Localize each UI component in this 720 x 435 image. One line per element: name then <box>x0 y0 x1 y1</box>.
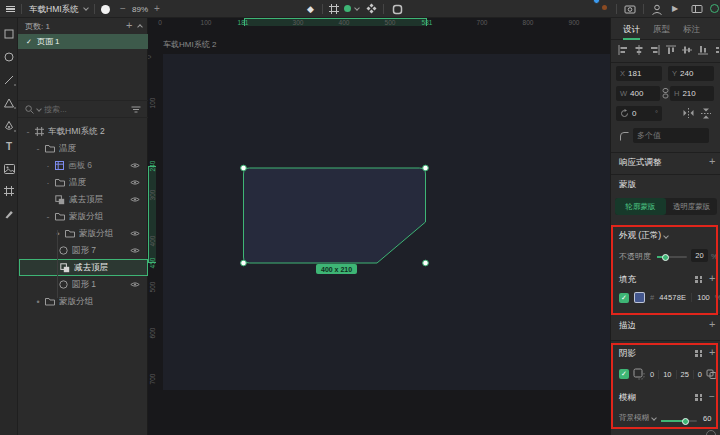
align-bottom-icon[interactable] <box>698 45 708 55</box>
text-tool-icon[interactable]: T <box>3 140 15 152</box>
ellipse-tool-icon[interactable] <box>3 51 15 63</box>
visibility-eye-icon[interactable] <box>130 281 140 288</box>
zoom-out-button[interactable]: − <box>120 4 126 14</box>
align-right-icon[interactable] <box>650 45 660 55</box>
blur-type-select[interactable]: 背景模糊 <box>619 413 649 423</box>
selected-shape[interactable] <box>148 18 610 435</box>
move-tool-icon[interactable]: ◆ <box>307 4 314 14</box>
fill-color-swatch[interactable] <box>634 292 645 303</box>
visibility-eye-icon[interactable] <box>130 196 140 203</box>
flip-horizontal-icon[interactable] <box>683 108 694 118</box>
layer-row-selected-subtract[interactable]: 减去顶层 <box>19 259 148 276</box>
document-menu-chevron-icon[interactable] <box>83 5 89 11</box>
add-page-button[interactable]: + <box>126 20 132 31</box>
visibility-eye-icon[interactable] <box>130 162 140 169</box>
shadow-style-library-icon[interactable] <box>695 350 703 357</box>
expander-icon[interactable]: - <box>25 127 31 137</box>
remove-blur-button[interactable]: − <box>709 392 715 402</box>
layer-row-root-frame[interactable]: - 车载HMI系统 2 <box>18 123 148 140</box>
corner-radius-input[interactable]: 多个值 <box>633 128 709 143</box>
fill-hex-input[interactable]: 44578E <box>659 293 686 302</box>
shadow-x-input[interactable]: 0 <box>650 370 654 379</box>
opacity-slider[interactable] <box>657 256 687 258</box>
collaborator-avatar[interactable] <box>101 5 110 14</box>
flip-vertical-icon[interactable] <box>701 108 711 119</box>
visibility-eye-icon[interactable] <box>130 179 140 186</box>
shadow-visible-checkbox[interactable]: ✓ <box>619 369 629 379</box>
visibility-eye-icon[interactable] <box>130 230 140 237</box>
shadow-spread-input[interactable]: 0 <box>698 370 702 379</box>
mask-tool-icon[interactable] <box>392 4 403 15</box>
blur-value[interactable]: 60 <box>703 414 711 423</box>
outline-mask-button[interactable]: 轮廓蒙版 <box>615 198 666 215</box>
fill-style-library-icon[interactable] <box>695 276 703 283</box>
page-item-selected[interactable]: ✓ 页面 1 <box>18 34 148 49</box>
tab-inspect[interactable]: 标注 <box>683 18 700 40</box>
blur-style-library-icon[interactable] <box>695 394 703 401</box>
zoom-in-button[interactable]: + <box>154 4 160 14</box>
filter-icon[interactable] <box>131 105 141 114</box>
appearance-header[interactable]: 外观 (正常) <box>619 230 668 242</box>
layer-row-maskgroup-nested[interactable]: • 蒙版分组 <box>18 225 148 242</box>
align-center-h-icon[interactable] <box>634 45 644 55</box>
canvas[interactable]: 0 100 181 300 400 500 581 700 800 900 0 … <box>148 18 610 435</box>
share-user-icon[interactable] <box>651 4 663 15</box>
document-title[interactable]: 车载HMI系统 <box>29 4 79 16</box>
layer-row-subgroup[interactable]: · 温度 <box>18 174 148 191</box>
frame-tool-icon[interactable] <box>3 185 15 197</box>
constrain-proportions-icon[interactable] <box>662 88 669 99</box>
add-shadow-button[interactable]: + <box>709 347 715 358</box>
layer-row-maskgroup-2[interactable]: • 蒙版分组 <box>18 293 148 310</box>
tab-prototype[interactable]: 原型 <box>653 18 670 40</box>
width-input[interactable]: W400 <box>616 86 660 101</box>
opacity-value-input[interactable]: 20 <box>691 249 708 262</box>
shadow-blur-input[interactable]: 25 <box>681 370 689 379</box>
expander-icon[interactable]: - <box>35 144 41 154</box>
align-top-icon[interactable] <box>666 45 676 55</box>
fill-color-dot[interactable] <box>344 5 351 12</box>
help-button[interactable] <box>706 430 716 435</box>
align-center-v-icon[interactable] <box>682 45 692 55</box>
layer-row-circle1[interactable]: 圆形 1 <box>18 276 148 293</box>
layer-row-board[interactable]: · 画板 6 <box>18 157 148 174</box>
height-input[interactable]: H210 <box>670 86 714 101</box>
color-dropdown-chevron-icon[interactable] <box>354 5 360 11</box>
add-stroke-button[interactable]: + <box>709 319 715 330</box>
y-input[interactable]: Y240 <box>668 66 714 81</box>
layer-row-circle7[interactable]: 圆形 7 <box>18 242 148 259</box>
expander-icon[interactable]: - <box>45 212 51 222</box>
shadow-blend-icon[interactable] <box>706 369 717 379</box>
fill-visible-checkbox[interactable]: ✓ <box>619 293 629 303</box>
blur-slider[interactable] <box>661 420 697 422</box>
collapse-pages-icon[interactable] <box>137 24 143 30</box>
shadow-y-input[interactable]: 10 <box>663 370 671 379</box>
rectangle-tool-icon[interactable] <box>3 28 15 40</box>
pen-tool-icon[interactable] <box>3 120 15 132</box>
layer-row-group[interactable]: - 温度 <box>18 140 148 157</box>
layer-search[interactable]: 搜索... <box>18 100 148 118</box>
opacity-mask-button[interactable]: 透明度蒙版 <box>666 198 717 215</box>
align-left-icon[interactable] <box>618 45 628 55</box>
component-icon[interactable] <box>366 3 377 14</box>
layer-row-boolean[interactable]: 减去顶层 <box>18 191 148 208</box>
visibility-eye-icon[interactable] <box>130 247 140 254</box>
history-icon[interactable] <box>624 4 636 14</box>
frame-overlay-icon[interactable] <box>329 4 339 14</box>
line-tool-icon[interactable] <box>3 74 15 86</box>
fill-opacity-input[interactable]: 100 <box>697 293 710 302</box>
image-tool-icon[interactable] <box>3 163 15 175</box>
tab-design[interactable]: 设计 <box>623 18 640 40</box>
layout-panel-icon[interactable] <box>691 4 703 14</box>
add-responsive-button[interactable]: + <box>709 156 715 167</box>
main-menu-icon[interactable] <box>6 4 15 14</box>
zoom-level[interactable]: 89% <box>132 5 148 14</box>
x-input[interactable]: X181 <box>616 66 662 81</box>
distribute-menu[interactable] <box>716 47 720 54</box>
shadow-type-icon[interactable] <box>633 368 646 380</box>
add-fill-button[interactable]: + <box>709 273 715 284</box>
brush-tool-icon[interactable] <box>3 208 15 220</box>
rotation-input[interactable]: 0 ° <box>616 106 662 121</box>
layer-row-maskgroup[interactable]: - 蒙版分组 <box>18 208 148 225</box>
play-preview-icon[interactable]: ▶ <box>672 4 678 13</box>
polygon-tool-icon[interactable] <box>3 97 15 109</box>
